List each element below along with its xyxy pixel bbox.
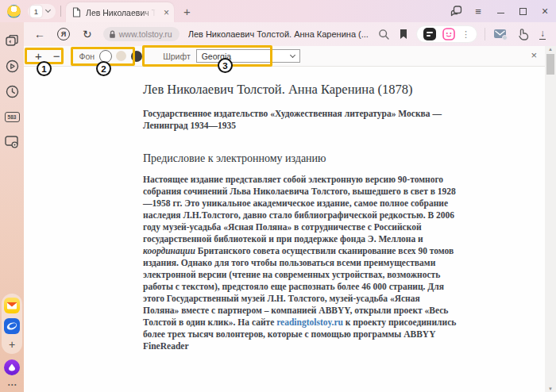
minimize-button[interactable] (489, 0, 512, 22)
paragraph-text: Британского совета осуществили сканирова… (143, 246, 454, 327)
messenger-icon[interactable] (442, 28, 455, 40)
annotation-number-3: 3 (218, 58, 233, 73)
titlebar: 1 Лев Николаевич Толс × + ≡ × (0, 0, 556, 22)
url-field[interactable]: www.tolstoy.ru (103, 27, 180, 41)
panels-icon[interactable] (0, 29, 24, 52)
scrollbar[interactable]: ▲ ▼ (545, 46, 556, 392)
article-subtitle: Государственное издательство «Художестве… (143, 108, 458, 132)
scrollbar-thumb[interactable] (546, 54, 554, 75)
tab-counter[interactable]: 1 (28, 4, 56, 19)
alice-assistant-icon[interactable] (4, 359, 20, 375)
scroll-up-icon[interactable]: ▲ (548, 46, 553, 52)
browser-window: 1 Лев Николаевич Толс × + ≡ × (0, 0, 556, 392)
tab-count-value: 1 (30, 6, 42, 17)
readingtolstoy-link[interactable]: readingtolstoy.ru (276, 317, 343, 327)
url-text: www.tolstoy.ru (119, 29, 172, 39)
section-heading: Предисловие к электронному изданию (143, 152, 458, 166)
history-clock-icon[interactable] (0, 79, 24, 103)
profile-avatar[interactable] (7, 5, 21, 18)
article-title: Лев Николаевич Толстой. Анна Каренина (1… (143, 82, 458, 98)
paragraph-italic-text: координации (143, 246, 195, 256)
download-icon[interactable]: ↓ (539, 29, 546, 40)
maximize-button[interactable] (512, 0, 534, 22)
yandex-search-icon[interactable]: Я (57, 28, 70, 40)
reader-mode-icon[interactable] (423, 28, 436, 40)
chevron-down-icon (290, 52, 295, 57)
tab-anna-karenina[interactable]: Лев Николаевич Толс × (66, 2, 174, 22)
search-page-icon[interactable] (378, 29, 390, 40)
divider (485, 28, 485, 40)
screen-cast-icon[interactable] (0, 130, 24, 154)
annotation-number-2: 2 (96, 61, 111, 76)
lock-icon (109, 30, 116, 39)
more-extensions-icon[interactable]: ⋮ (461, 29, 470, 40)
left-sidebar: 583 + (0, 22, 24, 392)
chat-bubble-icon[interactable] (445, 0, 467, 22)
bookmark-icon[interactable] (399, 29, 408, 40)
paragraph-text: Настоящее издание представляет собой эле… (143, 175, 456, 244)
divider (60, 6, 61, 17)
pinned-apps: + (2, 294, 22, 354)
back-button[interactable]: ← (34, 29, 45, 40)
reader-content: Лев Николаевич Толстой. Анна Каренина (1… (24, 67, 545, 392)
page-title: Лев Николаевич Толстой. Анна Каренина (.… (188, 29, 369, 39)
window-close-button[interactable]: × (534, 0, 556, 22)
tab-title: Лев Николаевич Толс (86, 8, 156, 17)
article-paragraph: Настоящее издание представляет собой эле… (143, 174, 458, 352)
refresh-button[interactable]: ↻ (83, 29, 92, 40)
yandex-disk-icon[interactable] (4, 318, 20, 334)
annotation-number-1: 1 (37, 61, 52, 76)
document-icon (72, 7, 81, 17)
extensions-pill: ⋮ (416, 25, 477, 43)
menu-button[interactable]: ≡ (467, 0, 489, 22)
article: Лев Николаевич Толстой. Анна Каренина (1… (143, 82, 458, 352)
hand-pointer-icon[interactable] (517, 28, 531, 40)
mail-icon[interactable] (493, 28, 508, 40)
counter-badge[interactable]: 583 (0, 105, 24, 129)
annotation-box-font (142, 45, 272, 67)
scroll-down-icon[interactable]: ▼ (548, 386, 553, 392)
video-play-icon[interactable] (0, 54, 24, 78)
new-tab-button[interactable]: + (183, 6, 191, 17)
tab-close-icon[interactable]: × (164, 8, 169, 17)
reader-close-button[interactable]: × (531, 50, 537, 60)
chevron-down-icon (45, 7, 51, 13)
sidebar-more-icon[interactable]: ••• (8, 382, 17, 387)
yandex-mail-icon[interactable] (4, 298, 20, 313)
add-app-button[interactable]: + (9, 339, 15, 350)
address-bar: ← Я ↻ www.tolstoy.ru Лев Николаевич Толс… (24, 22, 556, 46)
